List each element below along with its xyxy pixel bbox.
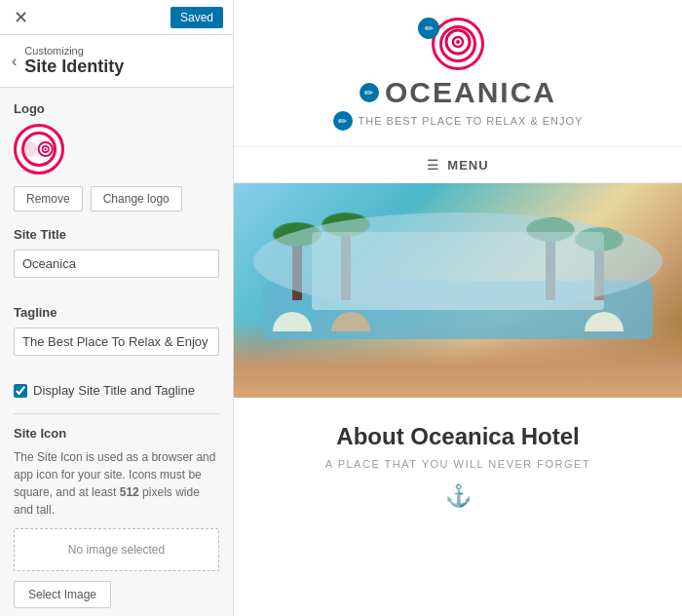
preview-logo-svg bbox=[444, 28, 472, 56]
palm-tree-3 bbox=[594, 247, 604, 300]
palm-tree-1 bbox=[292, 242, 302, 300]
site-title-input[interactable] bbox=[14, 250, 219, 278]
saved-badge: Saved bbox=[170, 7, 223, 28]
site-title-label: Site Title bbox=[14, 227, 219, 242]
about-title: About Oceanica Hotel bbox=[253, 423, 663, 450]
change-logo-button[interactable]: Change logo bbox=[91, 186, 182, 212]
menu-label: MENU bbox=[447, 158, 488, 173]
tagline-input[interactable] bbox=[14, 327, 219, 356]
nav-bar: ‹ Customizing Site Identity bbox=[0, 35, 233, 88]
nav-title-group: Customizing Site Identity bbox=[24, 45, 124, 77]
about-subtitle: A PLACE THAT YOU WILL NEVER FORGET bbox=[253, 458, 663, 470]
tagline-section: Tagline bbox=[14, 305, 219, 369]
select-image-button[interactable]: Select Image bbox=[14, 581, 111, 608]
edit-name-icon: ✏ bbox=[364, 87, 373, 99]
palm-tree-4 bbox=[546, 237, 555, 300]
site-icon-section: Site Icon The Site Icon is used as a bro… bbox=[14, 413, 219, 608]
panel-content: Logo Remove Change logo Site Title bbox=[0, 88, 233, 616]
logo-svg-icon bbox=[37, 138, 54, 160]
palm-tree-2 bbox=[341, 232, 351, 300]
about-section: About Oceanica Hotel A PLACE THAT YOU WI… bbox=[234, 398, 682, 524]
preview-panel: ✏ ✏ OCEANICA ✏ bbox=[234, 0, 682, 616]
remove-logo-button[interactable]: Remove bbox=[14, 186, 83, 212]
logo-actions: Remove Change logo bbox=[14, 186, 219, 212]
site-tagline-display: THE BEST PLACE TO RELAX & ENJOY bbox=[359, 115, 584, 127]
edit-logo-icon: ✏ bbox=[425, 22, 434, 35]
building-bg bbox=[312, 232, 604, 310]
site-name-display: OCEANICA bbox=[385, 76, 556, 109]
menu-bar: ☰ MENU bbox=[234, 146, 682, 183]
display-title-tagline-label: Display Site Title and Tagline bbox=[33, 383, 195, 398]
site-tagline-row: ✏ THE BEST PLACE TO RELAX & ENJOY bbox=[253, 111, 663, 131]
top-bar: ✕ Saved bbox=[0, 0, 233, 35]
breadcrumb: Customizing bbox=[24, 45, 124, 57]
svg-point-5 bbox=[456, 40, 460, 44]
site-header: ✏ ✏ OCEANICA ✏ bbox=[234, 0, 682, 146]
logo-preview-inner bbox=[439, 25, 476, 62]
logo-inner-circle bbox=[21, 132, 57, 167]
back-button[interactable]: ‹ bbox=[12, 53, 17, 70]
site-name-row: ✏ OCEANICA bbox=[253, 76, 663, 109]
site-icon-label: Site Icon bbox=[14, 426, 219, 441]
hero-image bbox=[234, 183, 682, 398]
logo-preview-wrapper: ✏ bbox=[432, 18, 484, 70]
no-image-text: No image selected bbox=[68, 543, 165, 557]
edit-tagline-button[interactable]: ✏ bbox=[333, 111, 353, 131]
display-title-tagline-checkbox[interactable] bbox=[14, 384, 27, 398]
edit-site-name-button[interactable]: ✏ bbox=[360, 83, 379, 102]
customizer-panel: ✕ Saved ‹ Customizing Site Identity Logo bbox=[0, 0, 234, 616]
close-button[interactable]: ✕ bbox=[10, 7, 32, 28]
edit-tagline-icon: ✏ bbox=[338, 115, 347, 128]
logo-preview-thumbnail bbox=[14, 124, 64, 174]
logo-section: Logo bbox=[14, 101, 219, 174]
svg-point-2 bbox=[44, 148, 46, 150]
logo-preview-circle bbox=[432, 18, 484, 70]
display-title-tagline-row: Display Site Title and Tagline bbox=[14, 383, 219, 398]
tagline-label: Tagline bbox=[14, 305, 219, 320]
section-title: Site Identity bbox=[24, 57, 124, 76]
edit-logo-button[interactable]: ✏ bbox=[418, 18, 439, 39]
logo-label: Logo bbox=[14, 101, 219, 116]
site-title-section: Site Title bbox=[14, 227, 219, 291]
site-icon-description: The Site Icon is used as a browser and a… bbox=[14, 448, 219, 519]
no-image-placeholder: No image selected bbox=[14, 528, 219, 571]
hamburger-icon: ☰ bbox=[427, 157, 439, 173]
anchor-icon: ⚓ bbox=[253, 483, 663, 509]
